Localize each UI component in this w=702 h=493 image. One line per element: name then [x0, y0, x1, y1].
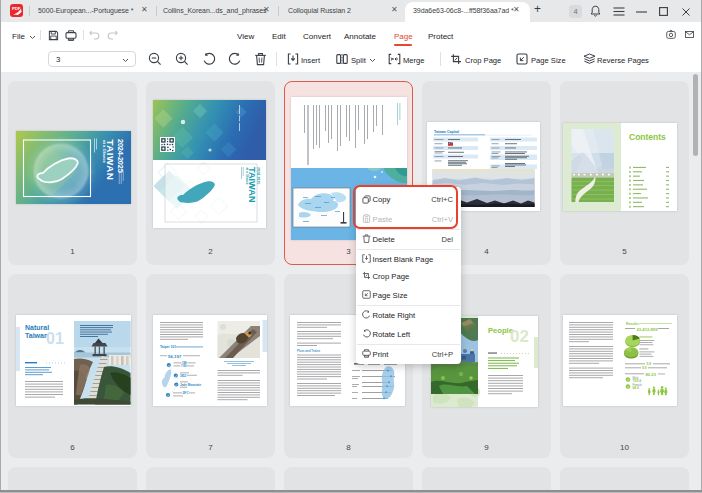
svg-text:68.9: 68.9	[633, 386, 639, 390]
svg-text:3952: 3952	[180, 374, 187, 378]
svg-text:23,412,899: 23,412,899	[637, 327, 659, 332]
svg-text:56,197: 56,197	[168, 354, 182, 359]
svg-text:7.85: 7.85	[181, 364, 187, 368]
svg-text:Taipei 101: Taipei 101	[160, 345, 176, 349]
svg-text:Taiwan Capital: Taiwan Capital	[434, 130, 459, 134]
svg-text:01: 01	[46, 330, 64, 347]
svg-text:28°C: 28°C	[183, 391, 189, 395]
svg-text:02: 02	[510, 327, 529, 346]
svg-text:Taiwan: Taiwan	[25, 332, 48, 339]
svg-text:9.9: 9.9	[642, 366, 647, 370]
svg-text:at a Glance: at a Glance	[101, 140, 106, 164]
svg-text:80.23: 80.23	[646, 372, 657, 377]
svg-text:at a Glance: at a Glance	[245, 168, 249, 185]
svg-text:Plum and Trains: Plum and Trains	[297, 349, 321, 353]
svg-text:Jade Mountain: Jade Mountain	[180, 383, 201, 387]
svg-text:Contents: Contents	[629, 132, 666, 142]
svg-text:5.8: 5.8	[647, 362, 652, 366]
svg-text:Results:: Results:	[626, 322, 639, 326]
